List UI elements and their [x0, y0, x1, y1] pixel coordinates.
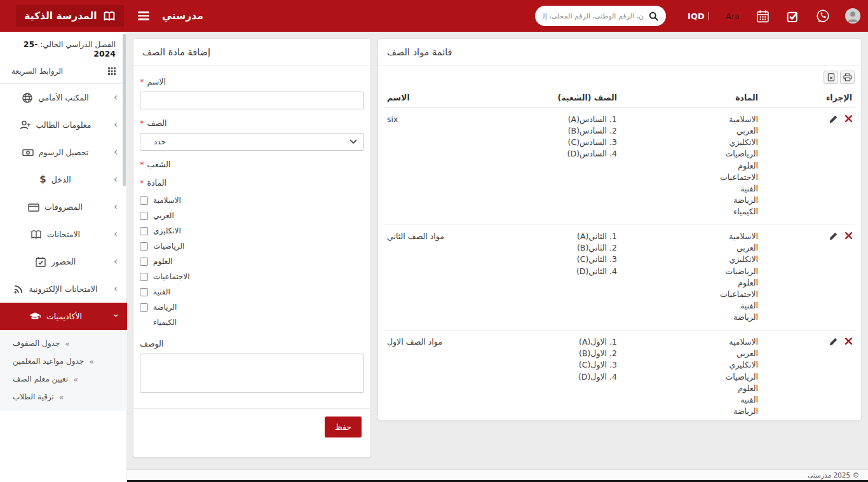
- dollar-icon: $: [39, 175, 46, 184]
- whatsapp-icon[interactable]: [816, 9, 830, 23]
- sidebar-item[interactable]: الأكاديميات‹: [0, 303, 127, 330]
- chevron-icon: ‹: [114, 174, 118, 184]
- subject-checkbox-label: الكيمياء: [153, 318, 177, 327]
- subject-label: * المادة: [140, 178, 364, 188]
- subject-checkbox-row[interactable]: الرياضيات: [140, 238, 364, 254]
- subject-checkbox-row[interactable]: الرياضة: [140, 300, 364, 315]
- column-header-class-section: الصف (الشعبة): [512, 88, 620, 108]
- sidebar-subitem[interactable]: جدول الصفوف«: [0, 334, 127, 352]
- sidebar-item[interactable]: الحضور‹: [0, 248, 127, 275]
- subject-checkbox-row[interactable]: الفنية: [140, 284, 364, 300]
- menu-toggle-icon[interactable]: [138, 10, 149, 22]
- edit-icon[interactable]: [829, 232, 837, 240]
- sidebar-item[interactable]: الامتحانات الإلكترونية‹: [0, 275, 127, 303]
- sidebar-item-label: الأكاديميات: [46, 312, 82, 321]
- cell-name: six: [384, 108, 512, 225]
- column-header-name: الاسم: [384, 88, 512, 108]
- global-search: [535, 6, 666, 26]
- language-selector[interactable]: Ara: [726, 11, 740, 21]
- subject-name-input[interactable]: [140, 92, 364, 109]
- class-label: * الصف: [140, 118, 364, 128]
- app-title: مدرستي: [162, 10, 203, 22]
- cell-subjects: الاسلاميةالعربيالانكليزيالرياضياتالعلوما…: [620, 108, 761, 225]
- subject-checkbox-row[interactable]: الاجتماعيات: [140, 269, 364, 284]
- main-content: إضافة مادة الصف * الاسم * الصف حدد * الش…: [127, 32, 868, 469]
- sidebar-item[interactable]: المكتب الأمامي‹: [0, 84, 127, 111]
- cell-subjects: الاسلاميةالعربيالانكليزيالرياضياتالعلوما…: [620, 225, 761, 331]
- quick-links[interactable]: الروابط السريعة: [11, 67, 116, 76]
- calendar-icon[interactable]: [756, 10, 770, 23]
- subjects-table-body: six1. السادس(A)2. السادس(B)3. السادس(C)4…: [384, 108, 855, 422]
- grid-icon: [108, 67, 116, 75]
- sidebar-subitem[interactable]: جدول مواعيد المعلمين«: [0, 352, 127, 370]
- export-excel-button[interactable]: [824, 71, 838, 84]
- checkbox[interactable]: [140, 196, 148, 205]
- guillemet-icon: «: [59, 392, 64, 402]
- credit-card-icon: [28, 202, 39, 213]
- cell-name: مواد الصف الثاني: [384, 225, 512, 331]
- tasks-check-icon[interactable]: [786, 10, 799, 23]
- required-asterisk: *: [140, 160, 144, 169]
- cell-class-sections: 1. الاول(A)2. الاول(B)3. الاول(C)4. الاو…: [512, 331, 620, 421]
- subject-checkbox-row[interactable]: العلوم: [140, 254, 364, 269]
- chevron-icon: ‹: [114, 256, 118, 266]
- sidebar-item[interactable]: الامتحانات‹: [0, 221, 127, 248]
- copyright-text: © 2025 مدرستي: [808, 471, 859, 479]
- chevron-down-icon: [349, 139, 357, 144]
- form-title: إضافة مادة الصف: [133, 39, 370, 65]
- sidebar-item[interactable]: تحصيل الرسوم‹: [0, 139, 127, 166]
- cell-name: مواد الصف الاول: [384, 331, 512, 421]
- description-textarea[interactable]: [140, 354, 364, 393]
- subject-checkbox-label: الاسلامية: [153, 196, 181, 205]
- subject-checkbox-row[interactable]: الكيمياء: [140, 315, 364, 330]
- calendar-check-icon: [35, 256, 46, 268]
- sidebar-subitem[interactable]: ترقية الطلاب«: [0, 388, 127, 406]
- checkbox[interactable]: [140, 303, 148, 312]
- column-header-action: الإجراء: [761, 88, 855, 108]
- list-title: قائمة مواد الصف: [378, 39, 861, 65]
- add-subject-form-card: إضافة مادة الصف * الاسم * الصف حدد * الش…: [133, 38, 371, 458]
- save-button[interactable]: حفظ: [325, 417, 362, 437]
- checkbox[interactable]: [140, 242, 148, 251]
- subject-checkbox-row[interactable]: الانكليزي: [140, 223, 364, 238]
- sidebar-scrollbar[interactable]: [123, 34, 126, 186]
- sidebar-item[interactable]: المصروفات‹: [0, 193, 127, 221]
- top-header: المدرسة الذكية مدرستي IQD Ara: [0, 0, 868, 32]
- sidebar-subitem[interactable]: تعيين معلم الصف«: [0, 370, 127, 388]
- delete-icon[interactable]: [845, 338, 852, 345]
- checkbox[interactable]: [140, 212, 148, 220]
- print-button[interactable]: [840, 71, 855, 84]
- graduation-cap-icon: [29, 312, 41, 321]
- edit-icon[interactable]: [829, 115, 837, 123]
- currency-selector[interactable]: IQD: [688, 11, 709, 21]
- checkbox[interactable]: [140, 273, 148, 281]
- subject-checkbox-row[interactable]: العربي: [140, 208, 364, 223]
- brand-logo[interactable]: المدرسة الذكية: [16, 5, 124, 27]
- user-avatar[interactable]: [845, 8, 860, 24]
- cell-actions: [761, 225, 855, 331]
- search-icon[interactable]: [649, 11, 658, 21]
- sidebar-item-label: الامتحانات: [47, 230, 80, 239]
- checkbox[interactable]: [140, 288, 148, 296]
- sidebar-item[interactable]: معلومات الطالب‹: [0, 111, 127, 139]
- sidebar-menu: المكتب الأمامي‹معلومات الطالب‹تحصيل الرس…: [0, 84, 127, 411]
- edit-icon[interactable]: [829, 338, 837, 346]
- delete-icon[interactable]: [845, 115, 852, 122]
- search-input[interactable]: [543, 12, 644, 20]
- class-select[interactable]: حدد: [140, 133, 364, 151]
- subject-checkbox-label: الرياضيات: [153, 242, 184, 251]
- name-label: * الاسم: [140, 77, 364, 86]
- chevron-icon: ‹: [114, 202, 118, 211]
- chevron-icon: ‹: [111, 313, 121, 317]
- checkbox[interactable]: [140, 227, 148, 235]
- subject-checkbox-label: الرياضة: [153, 303, 177, 312]
- chevron-icon: ‹: [114, 147, 118, 156]
- sidebar-item-label: معلومات الطالب: [36, 120, 92, 130]
- sidebar-item-label: الحضور: [51, 257, 76, 266]
- delete-icon[interactable]: [845, 232, 852, 239]
- checkbox[interactable]: [140, 258, 148, 266]
- sidebar-item[interactable]: $الدخل‹: [0, 166, 127, 193]
- subject-checkbox-row[interactable]: الاسلامية: [140, 193, 364, 208]
- book-icon: [31, 229, 42, 240]
- table-row: مواد الصف الاول1. الاول(A)2. الاول(B)3. …: [384, 331, 855, 421]
